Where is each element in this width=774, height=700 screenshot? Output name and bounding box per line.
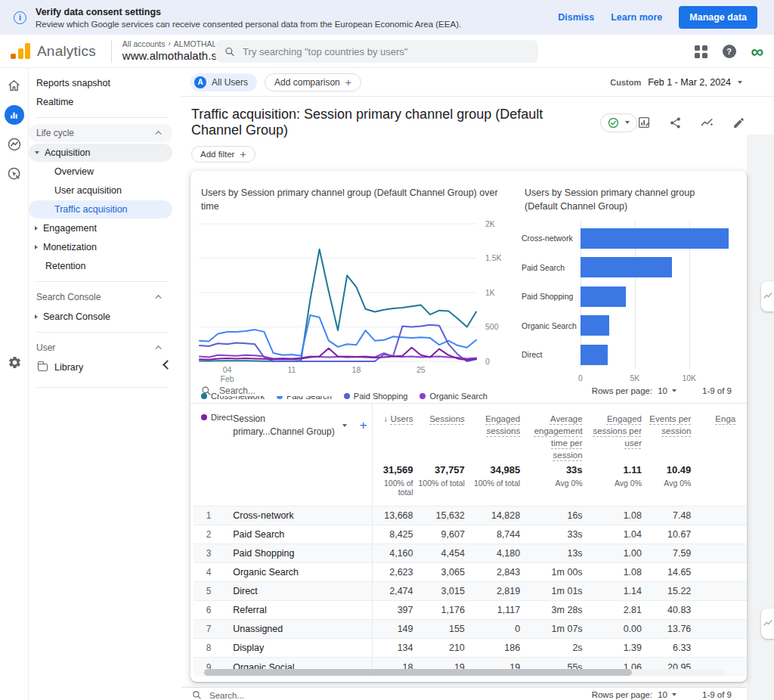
rows-per-page-select[interactable]: 10 — [658, 386, 676, 395]
info-icon: i — [14, 11, 26, 24]
pagination-range: 1-9 of 9 — [702, 386, 732, 395]
customize-report-icon[interactable] — [637, 116, 651, 129]
metric-cell: 1m 07s — [525, 620, 587, 639]
data-quality-badge[interactable] — [600, 113, 637, 132]
add-column-button[interactable]: + — [360, 417, 367, 435]
channel-name: Direct — [224, 582, 372, 601]
dismiss-button[interactable]: Dismiss — [558, 12, 594, 23]
main-content: A All Users Add comparison + Custom Feb … — [181, 68, 774, 700]
nav-retention[interactable]: Retention — [29, 257, 172, 275]
collapsed-arrow-icon — [35, 245, 38, 249]
nav-monetization[interactable]: Monetization — [29, 238, 172, 256]
home-icon[interactable] — [5, 76, 24, 95]
nav-engagement[interactable]: Engagement — [29, 219, 172, 237]
bar-row: Cross-network — [580, 224, 747, 252]
ga-infinity-icon[interactable]: ∞ — [751, 43, 763, 60]
chevron-down-icon — [738, 81, 742, 84]
metric-cell: 14.65 — [646, 563, 695, 582]
add-filter-chip[interactable]: Add filter + — [191, 146, 255, 163]
row-number: 6 — [194, 601, 224, 620]
bar-category-label: Paid Search — [522, 263, 576, 272]
bar-row: Direct — [580, 340, 747, 369]
bar[interactable] — [580, 315, 609, 336]
nav-label: User acquisition — [54, 185, 122, 196]
nav-label: Library — [54, 362, 83, 373]
nav-section-search-console[interactable]: Search Console — [29, 288, 172, 306]
bar-chart-title: Users by Session primary channel group (… — [522, 181, 724, 219]
metric-cell: 8,744 — [469, 525, 525, 544]
explore-icon[interactable] — [5, 135, 24, 154]
insights-panel-handle[interactable] — [761, 281, 774, 311]
metric-cell: 2s — [525, 639, 587, 658]
property-name: www.almothalath.sa — [122, 49, 223, 63]
reports-icon[interactable] — [5, 105, 24, 125]
bar[interactable] — [580, 228, 729, 249]
scrollbar-thumb[interactable] — [204, 669, 632, 676]
bar-chart: Cross-networkPaid SearchPaid ShoppingOrg… — [580, 224, 747, 386]
channel-name: Organic Search — [224, 563, 372, 582]
advertising-icon[interactable] — [5, 164, 24, 184]
apps-grid-icon[interactable] — [695, 45, 707, 58]
metric-cell: 9,607 — [417, 525, 469, 544]
metric-cell — [695, 525, 747, 544]
nav-section-life-cycle[interactable]: Life cycle — [29, 124, 172, 142]
metric-cell: 155 — [417, 620, 469, 639]
nav-overview[interactable]: Overview — [29, 163, 172, 181]
nav-section-user[interactable]: User — [29, 339, 172, 357]
insights-icon[interactable] — [700, 116, 714, 130]
nav-library[interactable]: Library — [29, 358, 172, 376]
nav-user-acquisition[interactable]: User acquisition — [29, 181, 172, 200]
bar[interactable] — [580, 345, 608, 365]
share-icon[interactable] — [669, 116, 682, 129]
channel-name: Display — [224, 639, 372, 658]
nav-realtime[interactable]: Realtime — [29, 93, 172, 111]
chip-label: Add comparison — [274, 77, 340, 88]
bar[interactable] — [580, 287, 626, 307]
date-range-picker[interactable]: Custom Feb 1 - Mar 2, 2024 — [610, 77, 742, 88]
nav-reports-snapshot[interactable]: Reports snapshot — [29, 74, 172, 92]
nav-traffic-acquisition[interactable]: Traffic acquisition — [29, 200, 172, 218]
banner-title: Verify data consent settings — [36, 7, 558, 17]
chip-label: All Users — [212, 77, 248, 88]
consent-banner: i Verify data consent settings Review wh… — [0, 0, 774, 35]
nav-acquisition[interactable]: Acquisition — [29, 144, 172, 162]
bar[interactable] — [580, 257, 672, 277]
search-icon — [201, 386, 212, 396]
col-header-truncated[interactable]: Enga — [695, 404, 747, 461]
col-header-events-per-session[interactable]: Events per session — [646, 404, 695, 461]
manage-data-button[interactable]: Manage data — [679, 6, 757, 29]
edit-icon[interactable] — [732, 116, 745, 129]
table-search-input[interactable] — [219, 386, 333, 396]
global-search[interactable] — [215, 40, 538, 63]
rows-per-page: Rows per page: 10 — [592, 386, 676, 395]
add-comparison-chip[interactable]: Add comparison + — [265, 73, 361, 91]
insights-panel-handle[interactable] — [761, 609, 774, 639]
metric-cell: 13,668 — [372, 506, 417, 525]
metric-cell: 0.00 — [587, 620, 646, 639]
nav-search-console[interactable]: Search Console — [29, 308, 172, 326]
bar-axis-tick: 5K — [630, 373, 639, 383]
col-header-engaged-sessions-per-user[interactable]: Engaged sessions per user — [587, 404, 646, 461]
all-users-chip[interactable]: A All Users — [190, 73, 257, 91]
global-search-input[interactable] — [243, 46, 529, 57]
table-search[interactable] — [192, 690, 592, 700]
table-row: 8Display1342101862s1.396.33 — [194, 639, 747, 658]
rows-per-page-select[interactable]: 10 — [658, 690, 676, 699]
channel-name: Paid Shopping — [224, 544, 372, 563]
legend-item[interactable]: Direct — [201, 413, 233, 422]
bar-axis-tick: 0 — [578, 373, 583, 383]
analytics-logo[interactable]: Analytics — [0, 43, 107, 60]
metric-cell: 134 — [372, 639, 417, 658]
learn-more-button[interactable]: Learn more — [611, 12, 662, 23]
divider — [36, 332, 168, 333]
charts-row: Users by Session primary channel group (… — [190, 171, 747, 376]
table-search-input[interactable] — [209, 691, 323, 700]
table-search[interactable] — [201, 386, 592, 396]
divider — [111, 40, 112, 63]
col-header-avg-engagement-time[interactable]: Average engagement time per session — [525, 404, 587, 461]
bar-category-label: Paid Shopping — [522, 292, 576, 301]
admin-gear-icon[interactable] — [5, 352, 24, 372]
workspace: Reports snapshot Realtime Life cycle Acq… — [0, 68, 774, 700]
chip-label: Add filter — [200, 150, 234, 159]
help-icon[interactable]: ? — [723, 45, 736, 58]
